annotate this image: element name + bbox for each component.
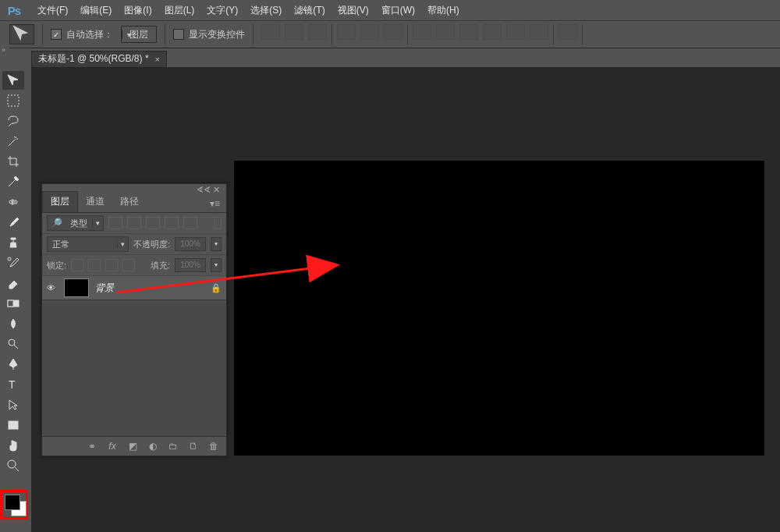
foreground-color-icon[interactable] [5,495,20,510]
tool-eyedropper[interactable] [2,172,24,191]
distribute-right-icon[interactable] [530,24,548,40]
tool-palette: T [0,67,27,476]
new-group-icon[interactable]: 🗀 [167,441,179,452]
align-hcenter-icon[interactable] [360,24,379,40]
distribute-left-icon[interactable] [483,24,502,40]
tool-lasso[interactable] [2,112,24,130]
tool-history-brush[interactable] [2,254,24,272]
search-icon: 🔎 [48,218,66,229]
tool-brush[interactable] [2,213,24,232]
align-right-icon[interactable] [384,24,402,40]
tool-eraser[interactable] [2,274,24,293]
tool-type[interactable]: T [2,375,24,394]
auto-align-icon[interactable] [558,24,577,40]
tool-path-select[interactable] [2,395,24,414]
move-icon [10,23,34,46]
layer-mask-icon[interactable]: ◩ [126,441,139,452]
layer-thumbnail[interactable] [64,278,89,297]
fill-stepper[interactable]: ▾ [211,258,222,272]
svg-text:T: T [9,378,16,391]
menu-file[interactable]: 文件(F) [31,1,74,20]
document-tab[interactable]: 未标题-1 @ 50%(RGB/8) * × [31,51,167,67]
tool-hand[interactable] [2,436,24,455]
panel-expand-icon[interactable] [0,47,9,56]
visibility-icon[interactable] [47,282,58,293]
layer-filter-row: 🔎 类型 ▾ [42,213,226,234]
align-left-icon[interactable] [337,24,356,40]
layers-panel: ∢∢ ✕ 图层 通道 路径 ▾≡ 🔎 类型 ▾ 正常 ▾ 不透明度: 100% … [41,183,227,456]
menu-window[interactable]: 窗口(W) [375,1,421,20]
tab-layers[interactable]: 图层 [42,191,78,212]
filter-shape-icon[interactable] [165,217,179,229]
lock-all-icon[interactable] [122,259,135,271]
blend-mode-dropdown[interactable]: 正常 ▾ [47,236,129,252]
distribute-top-icon[interactable] [413,24,431,40]
menu-filter[interactable]: 滤镜(T) [288,1,331,20]
tool-healing[interactable] [2,193,24,211]
filter-smart-icon[interactable] [183,217,197,229]
opacity-value[interactable]: 100% [175,237,206,251]
document-canvas[interactable] [234,161,764,456]
tool-blur[interactable] [2,314,24,333]
panel-menu-icon[interactable]: ▾≡ [204,195,226,212]
filter-adjust-icon[interactable] [127,217,141,229]
panel-collapse-icon[interactable]: ∢∢ ✕ [193,183,223,197]
menu-layer[interactable]: 图层(L) [158,1,201,20]
fill-value[interactable]: 100% [175,258,206,272]
lock-label: 锁定: [47,260,66,271]
menu-select[interactable]: 选择(S) [244,1,288,20]
lock-transparency-icon[interactable] [71,259,83,271]
svg-rect-0 [8,95,19,106]
layer-row[interactable]: 背景 🔒 [42,276,226,300]
tool-zoom[interactable] [2,456,24,475]
tool-dodge[interactable] [2,335,24,353]
tab-channels[interactable]: 通道 [78,192,112,212]
fill-label: 填充: [151,260,170,271]
auto-select-dropdown[interactable]: 图层 ▾ [121,26,157,43]
show-transform-checkbox[interactable]: 显示变换控件 [173,28,245,41]
align-top-icon[interactable] [261,24,280,40]
menu-type[interactable]: 文字(Y) [200,1,244,20]
link-layers-icon[interactable]: ⚭ [86,441,98,452]
tool-rectangle[interactable] [2,416,24,434]
tool-gradient[interactable] [2,294,24,313]
close-icon[interactable]: × [155,55,160,64]
layer-name[interactable]: 背景 [95,282,114,295]
separator [165,24,165,44]
menu-edit[interactable]: 编辑(E) [74,1,118,20]
menu-view[interactable]: 视图(V) [332,1,375,20]
new-layer-icon[interactable]: 🗋 [187,441,200,452]
delete-layer-icon[interactable]: 🗑 [207,441,220,452]
tool-magic-wand[interactable] [2,132,24,151]
tool-clone[interactable] [2,233,24,252]
color-swatch[interactable] [0,490,28,520]
auto-select-value: 图层 [122,28,156,41]
svg-rect-4 [8,300,13,307]
tool-marquee[interactable] [2,91,24,110]
tab-paths[interactable]: 路径 [112,192,147,212]
tool-move[interactable] [2,71,24,90]
svg-point-5 [9,339,15,346]
lock-icon[interactable]: 🔒 [211,283,222,293]
lock-pixels-icon[interactable] [88,259,101,271]
distribute-bottom-icon[interactable] [459,24,478,40]
adjustment-layer-icon[interactable]: ◐ [147,441,159,452]
filter-toggle-icon[interactable] [214,217,222,229]
tool-pen[interactable] [2,355,24,374]
distribute-vcenter-icon[interactable] [436,24,455,40]
tool-crop[interactable] [2,152,24,171]
auto-select-checkbox[interactable]: 自动选择： [51,28,113,41]
lock-position-icon[interactable] [105,259,118,271]
layer-fx-icon[interactable]: fx [106,441,119,452]
align-vcenter-icon[interactable] [285,24,303,40]
filter-type-dropdown[interactable]: 🔎 类型 ▾ [47,215,104,231]
filter-type-icon[interactable] [146,217,160,229]
menu-help[interactable]: 帮助(H) [421,1,466,20]
menu-image[interactable]: 图像(I) [118,1,158,20]
align-bottom-icon[interactable] [308,24,327,40]
app-logo-text: Ps [8,4,20,17]
opacity-stepper[interactable]: ▾ [211,237,222,251]
current-tool-indicator[interactable] [9,24,34,44]
filter-pixel-icon[interactable] [108,217,122,229]
distribute-hcenter-icon[interactable] [506,24,525,40]
